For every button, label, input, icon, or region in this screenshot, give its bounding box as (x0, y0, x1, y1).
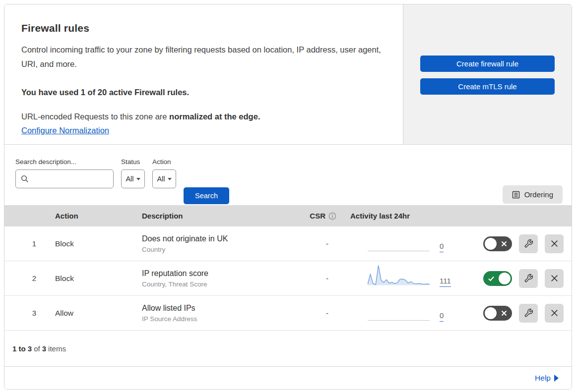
rule-criteria: Country (142, 246, 293, 253)
search-group: Search description... (15, 158, 114, 188)
create-firewall-rule-button[interactable]: Create firewall rule (420, 56, 555, 72)
x-mark-icon (501, 310, 508, 317)
table-row: 2 Block IP reputation score Country, Thr… (4, 261, 572, 296)
wrench-icon (524, 239, 533, 248)
rule-description-cell: IP reputation score Country, Threat Scor… (142, 269, 293, 288)
rule-csr-value: - (293, 309, 340, 317)
table-row: 3 Allow Allow listed IPs IP Source Addre… (4, 296, 572, 331)
activity-sparkline (368, 228, 430, 251)
rule-action: Block (45, 239, 142, 248)
description-column-header: Description (142, 212, 293, 220)
check-icon (488, 275, 495, 282)
rule-csr-value: - (293, 239, 340, 248)
status-label: Status (121, 158, 145, 166)
rule-enabled-toggle[interactable] (483, 236, 512, 251)
firewall-rules-card: Firewall rules Control incoming traffic … (4, 4, 572, 390)
info-icon[interactable] (328, 212, 336, 220)
pagination-summary: 1 to 3 of 3 items (4, 331, 572, 367)
table-row: 1 Block Does not originate in UK Country… (4, 226, 572, 261)
activity-sparkline (368, 298, 430, 321)
help-bar: Help (4, 367, 572, 389)
activity-count-link[interactable]: 0 (440, 242, 444, 252)
actions-panel: Create firewall rule Create mTLS rule (403, 4, 572, 144)
activity-count-link[interactable]: 0 (440, 312, 444, 322)
firewall-rules-page: Firewall rules Control incoming traffic … (0, 0, 576, 392)
ordering-button[interactable]: Ordering (503, 185, 563, 204)
rule-action: Allow (45, 309, 142, 318)
close-icon (550, 274, 559, 282)
rule-criteria: IP Source Address (142, 315, 293, 323)
rule-description: Allow listed IPs (142, 304, 293, 313)
action-selected-value: All (157, 175, 165, 183)
status-selected-value: All (126, 175, 133, 183)
search-input[interactable] (33, 175, 108, 183)
wrench-icon (524, 274, 533, 283)
toggle-knob (499, 273, 511, 284)
chevron-down-icon (136, 178, 140, 180)
rule-priority: 1 (4, 239, 45, 248)
page-description: Control incoming traffic to your zone by… (21, 43, 386, 71)
rule-enabled-toggle[interactable] (483, 306, 512, 321)
filter-bar: Search description... Status All Action (4, 145, 572, 205)
rule-description-cell: Allow listed IPs IP Source Address (142, 304, 293, 323)
intro-text-panel: Firewall rules Control incoming traffic … (4, 4, 403, 144)
rule-action: Block (45, 274, 142, 283)
search-label: Search description... (15, 158, 114, 166)
items-text: items (48, 344, 66, 353)
rule-controls (462, 269, 572, 288)
status-select[interactable]: All (121, 169, 145, 188)
help-label: Help (535, 374, 551, 383)
intro-section: Firewall rules Control incoming traffic … (4, 4, 572, 145)
flat-activity-line (368, 251, 430, 251)
activity-sparkline (368, 263, 430, 286)
rule-description-cell: Does not originate in UK Country (142, 234, 293, 253)
item-range: 1 to 3 (12, 344, 32, 353)
wrench-icon (524, 308, 533, 318)
action-select[interactable]: All (152, 169, 176, 188)
search-icon (21, 175, 29, 183)
rule-controls (462, 234, 572, 253)
status-filter-group: Status All (121, 158, 145, 188)
of-text: of (34, 344, 40, 353)
rule-activity-cell: 0 (340, 298, 462, 328)
close-icon (550, 239, 559, 248)
edit-rule-button[interactable] (519, 234, 538, 253)
edit-rule-button[interactable] (519, 269, 538, 288)
chevron-down-icon (168, 178, 172, 180)
arrow-right-icon (554, 375, 559, 382)
rule-controls (462, 304, 572, 323)
action-label: Action (152, 158, 176, 166)
rule-enabled-toggle[interactable] (483, 271, 512, 286)
csr-header-label: CSR (310, 212, 325, 220)
usage-summary: You have used 1 of 20 active Firewall ru… (21, 88, 386, 97)
toggle-knob (485, 238, 497, 250)
search-input-wrapper[interactable] (15, 169, 114, 188)
rule-activity-cell: 111 (340, 263, 462, 293)
configure-normalization-link[interactable]: Configure Normalization (21, 126, 109, 135)
rule-priority: 2 (4, 274, 45, 282)
delete-rule-button[interactable] (545, 234, 564, 253)
delete-rule-button[interactable] (545, 304, 564, 323)
csr-column-header: CSR (293, 212, 340, 220)
search-button[interactable]: Search (184, 187, 229, 204)
action-column-header: Action (45, 212, 142, 220)
rule-description: IP reputation score (142, 269, 293, 278)
activity-count-link[interactable]: 111 (440, 277, 451, 287)
delete-rule-button[interactable] (545, 269, 564, 288)
toggle-knob (485, 307, 497, 319)
rule-activity-cell: 0 (340, 228, 462, 259)
ordering-label: Ordering (524, 190, 553, 199)
ordering-list-icon (512, 191, 520, 199)
normalization-bold: normalized at the edge. (169, 112, 260, 121)
flat-activity-line (368, 320, 430, 321)
edit-rule-button[interactable] (519, 304, 538, 323)
normalization-note: URL-encoded Requests to this zone are no… (21, 112, 386, 121)
rule-csr-value: - (293, 274, 340, 282)
action-filter-group: Action All (152, 158, 176, 188)
rule-priority: 3 (4, 309, 45, 317)
rule-criteria: Country, Threat Score (142, 280, 293, 288)
create-mtls-rule-button[interactable]: Create mTLS rule (420, 78, 555, 95)
normalization-text: URL-encoded Requests to this zone are (21, 112, 169, 121)
x-mark-icon (501, 240, 508, 247)
help-link[interactable]: Help (535, 374, 559, 383)
